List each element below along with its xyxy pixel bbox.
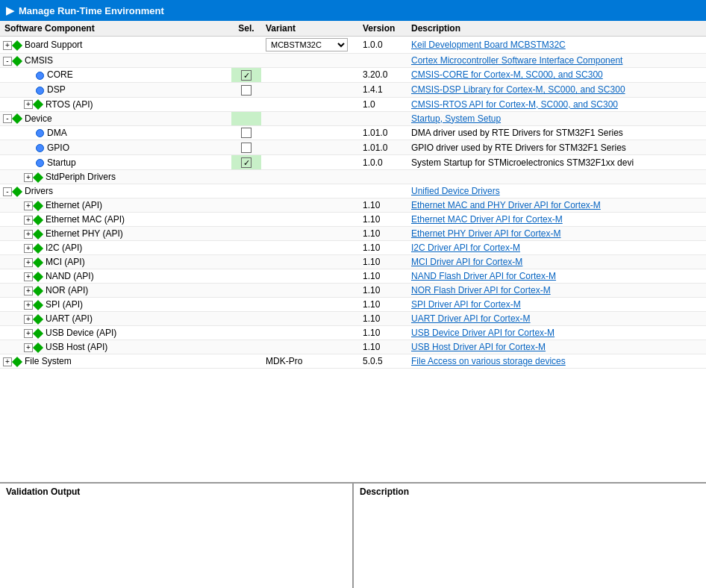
description-link[interactable]: Ethernet MAC and PHY Driver API for Cort… [411,200,601,210]
table-header-row: Software Component Sel. Variant Version … [0,21,706,37]
collapse-button[interactable]: - [3,114,12,123]
expand-button[interactable]: + [24,216,33,225]
description-link[interactable]: MCI Driver API for Cortex-M [411,257,522,267]
description-link[interactable]: Ethernet MAC Driver API for Cortex-M [411,214,563,225]
description-link[interactable]: CMSIS-DSP Library for Cortex-M, SC000, a… [411,84,625,95]
expand-button[interactable]: + [24,201,33,210]
header-variant: Variant [261,21,358,37]
description-header: Description [360,487,700,497]
version-value: 1.01.0 [358,125,407,140]
component-label: MCI (API) [46,257,85,267]
table-row: +SPI (API)1.10SPI Driver API for Cortex-… [0,298,706,312]
version-value [358,111,407,125]
diamond-icon [33,328,43,339]
table-row: +Board SupportMCBSTM32C1.0.0Keil Develop… [0,37,706,54]
description-link[interactable]: File Access on various storage devices [411,356,566,366]
diamond-icon [33,314,43,325]
expand-button[interactable]: + [24,272,33,281]
component-icon [36,144,44,152]
expand-button[interactable]: + [24,287,33,295]
selection-checkbox[interactable] [241,85,252,96]
expand-button[interactable]: + [24,173,33,182]
version-value: 1.10 [358,284,407,298]
selection-checkbox[interactable]: ✓ [241,157,252,168]
diamond-icon [33,201,43,211]
version-value: 1.4.1 [358,82,407,97]
table-row: +RTOS (API)1.0CMSIS-RTOS API for Cortex-… [0,97,706,111]
version-value: 1.10 [358,298,407,312]
collapse-button[interactable]: - [3,187,12,196]
diamond-icon [12,357,22,367]
diamond-icon [33,243,43,254]
component-label: UART (API) [46,313,93,324]
expand-button[interactable]: + [24,244,33,253]
version-value: 1.01.0 [358,140,407,155]
description-text: GPIO driver used by RTE Drivers for STM3… [407,140,706,155]
diamond-icon [33,229,43,240]
description-link[interactable]: NOR Flash Driver API for Cortex-M [411,285,551,295]
diamond-icon [33,272,43,282]
diamond-icon [33,286,43,296]
table-row: +Ethernet (API)1.10Ethernet MAC and PHY … [0,198,706,213]
description-link[interactable]: USB Device Driver API for Cortex-M [411,328,555,338]
description-text: DMA driver used by RTE Drivers for STM32… [407,125,706,140]
expand-button[interactable]: + [24,230,33,239]
component-icon [36,72,44,80]
version-value: 1.0.0 [358,37,407,54]
component-label: Startup [47,157,76,168]
diamond-icon [33,300,43,310]
version-value: 1.0 [358,97,407,111]
selection-checkbox[interactable] [241,143,252,153]
description-link[interactable]: NAND Flash Driver API for Cortex-M [411,271,556,281]
component-label: DSP [47,84,66,95]
description-link[interactable]: I2C Driver API for Cortex-M [411,243,520,253]
expand-button[interactable]: + [24,329,33,338]
table-row: +USB Host (API)1.10USB Host Driver API f… [0,340,706,354]
diamond-icon [33,172,43,183]
expand-button[interactable]: + [24,301,33,310]
validation-output-panel: Validation Output [0,484,354,588]
description-link[interactable]: Cortex Microcontroller Software Interfac… [411,55,622,66]
diamond-icon [12,113,22,124]
description-link[interactable]: Ethernet PHY Driver API for Cortex-M [411,228,561,239]
description-link[interactable]: SPI Driver API for Cortex-M [411,299,521,310]
table-row: +I2C (API)1.10I2C Driver API for Cortex-… [0,241,706,255]
selection-checkbox[interactable]: ✓ [241,70,252,81]
variant-select[interactable]: MCBSTM32C [266,38,348,51]
diamond-icon [33,343,43,353]
diamond-icon [12,40,22,51]
diamond-icon [12,187,22,197]
expand-button[interactable]: + [3,357,12,366]
version-value [358,184,407,198]
collapse-button[interactable]: - [3,57,12,66]
main-container: Software Component Sel. Variant Version … [0,21,706,588]
description-link[interactable]: UART Driver API for Cortex-M [411,313,531,324]
description-link[interactable]: Keil Development Board MCBSTM32C [411,40,566,50]
component-label: USB Device (API) [46,328,116,338]
expand-button[interactable]: + [24,315,33,324]
header-component: Software Component [0,21,231,37]
selection-checkbox[interactable] [241,128,252,138]
description-link[interactable]: Unified Device Drivers [411,186,500,196]
component-label: DMA [47,128,67,138]
version-value: 5.0.5 [358,354,407,369]
table-row: +USB Device (API)1.10USB Device Driver A… [0,326,706,340]
component-icon [36,129,44,137]
variant-value: MDK-Pro [266,356,302,366]
diamond-icon [33,215,43,225]
expand-button[interactable]: + [24,100,33,109]
description-link[interactable]: USB Host Driver API for Cortex-M [411,342,546,352]
component-label: Ethernet (API) [46,200,102,210]
description-link[interactable]: CMSIS-CORE for Cortex-M, SC000, and SC30… [411,69,603,80]
diamond-icon [12,56,22,66]
component-label: RTOS (API) [46,99,93,110]
component-label: CMSIS [25,55,53,66]
table-row: GPIO1.01.0GPIO driver used by RTE Driver… [0,140,706,155]
expand-button[interactable]: + [24,258,33,267]
description-link[interactable]: Startup, System Setup [411,113,501,124]
expand-button[interactable]: + [3,41,12,50]
version-value [358,54,407,68]
expand-button[interactable]: + [24,343,33,352]
validation-output-header: Validation Output [6,487,346,497]
description-link[interactable]: CMSIS-RTOS API for Cortex-M, SC000, and … [411,99,618,110]
